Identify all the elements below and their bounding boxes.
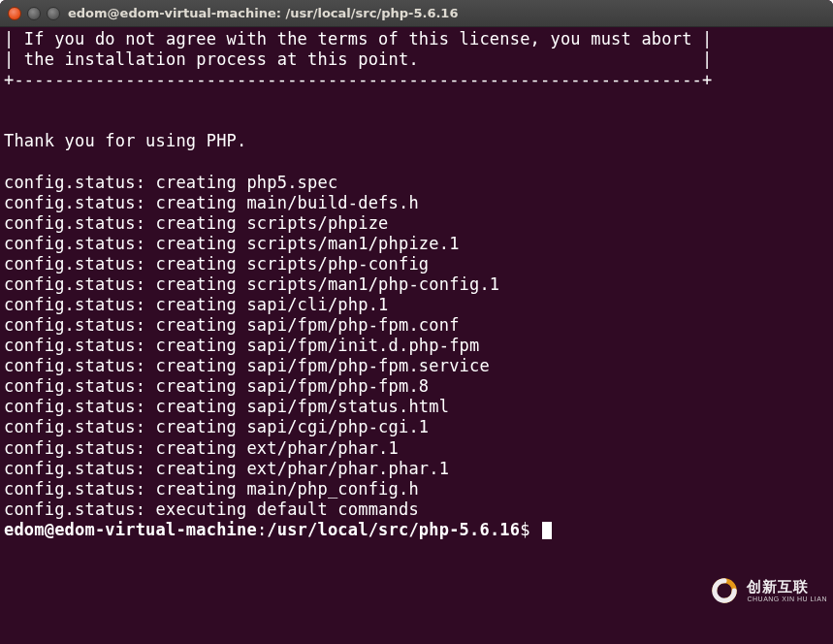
maximize-icon[interactable]	[47, 7, 60, 20]
minimize-icon[interactable]	[27, 7, 41, 20]
status-line: config.status: creating sapi/fpm/init.d.…	[4, 336, 479, 355]
status-line: config.status: executing default command…	[4, 499, 419, 519]
status-line: config.status: creating sapi/cgi/php-cgi…	[4, 417, 429, 436]
prompt-sep: :	[257, 520, 267, 539]
status-line: config.status: creating main/build-defs.…	[4, 193, 419, 212]
watermark-en: CHUANG XIN HU LIAN	[747, 596, 827, 602]
status-line: config.status: creating main/php_config.…	[4, 479, 419, 499]
license-sep: +---------------------------------------…	[4, 70, 712, 89]
status-line: config.status: creating php5.spec	[4, 173, 337, 192]
terminal-body[interactable]: | If you do not agree with the terms of …	[0, 27, 833, 644]
prompt-end: $	[520, 520, 529, 539]
terminal-window: edom@edom-virtual-machine: /usr/local/sr…	[0, 0, 833, 644]
prompt-path: /usr/local/src/php-5.6.16	[267, 520, 520, 539]
status-line: config.status: creating sapi/cli/php.1	[4, 295, 389, 314]
status-line: config.status: creating sapi/fpm/php-fpm…	[4, 356, 490, 375]
prompt-user-host: edom@edom-virtual-machine	[4, 520, 257, 539]
status-line: config.status: creating scripts/php-conf…	[4, 254, 429, 274]
status-line: config.status: creating sapi/fpm/php-fpm…	[4, 315, 460, 335]
thanks-line: Thank you for using PHP.	[4, 131, 246, 150]
status-line: config.status: creating sapi/fpm/php-fpm…	[4, 376, 429, 396]
status-line: config.status: creating scripts/man1/php…	[4, 234, 460, 253]
titlebar[interactable]: edom@edom-virtual-machine: /usr/local/sr…	[0, 0, 833, 27]
watermark: 创新互联 CHUANG XIN HU LIAN	[708, 574, 827, 607]
window-controls	[8, 7, 60, 20]
status-line: config.status: creating scripts/phpize	[4, 213, 389, 233]
license-line-2: | the installation process at this point…	[4, 49, 712, 69]
watermark-cn: 创新互联	[747, 579, 827, 594]
license-line-1: | If you do not agree with the terms of …	[4, 29, 712, 48]
cursor-icon	[542, 522, 552, 539]
status-line: config.status: creating sapi/fpm/status.…	[4, 397, 449, 416]
status-line: config.status: creating scripts/man1/php…	[4, 274, 499, 294]
logo-icon	[708, 574, 741, 607]
status-line: config.status: creating ext/phar/phar.1	[4, 438, 399, 458]
window-title: edom@edom-virtual-machine: /usr/local/sr…	[68, 6, 458, 20]
close-icon[interactable]	[8, 7, 21, 20]
status-line: config.status: creating ext/phar/phar.ph…	[4, 459, 449, 478]
